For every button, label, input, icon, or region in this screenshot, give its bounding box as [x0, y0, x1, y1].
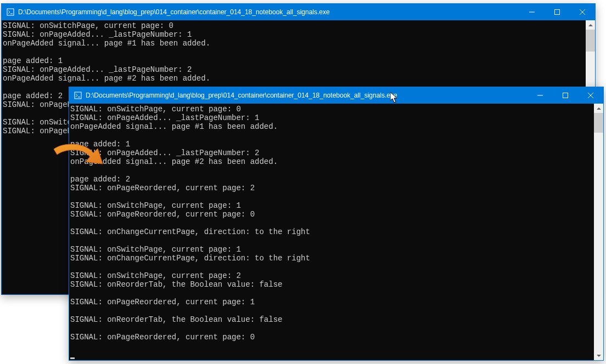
window-controls-front — [528, 87, 603, 104]
maximize-button[interactable] — [545, 4, 570, 20]
titlebar-front[interactable]: D:\Documents\Programming\d_lang\blog_pre… — [69, 87, 603, 104]
scroll-up-icon[interactable] — [594, 104, 603, 113]
window-title-back: D:\Documents\Programming\d_lang\blog_pre… — [18, 8, 519, 16]
svg-rect-8 — [75, 92, 81, 99]
close-button[interactable] — [578, 87, 603, 104]
terminal-output-front: SIGNAL: onSwitchPage, current page: 0 SI… — [70, 105, 603, 359]
maximize-button[interactable] — [553, 87, 578, 104]
scrollbar-front[interactable] — [594, 104, 603, 360]
svg-marker-6 — [588, 24, 593, 26]
close-button[interactable] — [570, 4, 595, 20]
window-title-front: D:\Documents\Programming\d_lang\blog_pre… — [86, 92, 528, 99]
svg-rect-0 — [7, 9, 14, 15]
app-icon — [6, 8, 15, 16]
titlebar-back[interactable]: D:\Documents\Programming\d_lang\blog_pre… — [2, 4, 595, 20]
scrollbar-thumb-front[interactable] — [594, 113, 603, 133]
terminal-body-front[interactable]: SIGNAL: onSwitchPage, current page: 0 SI… — [69, 104, 603, 360]
app-icon — [74, 91, 82, 100]
svg-marker-15 — [597, 355, 601, 357]
svg-rect-3 — [555, 10, 560, 15]
scroll-down-icon[interactable] — [594, 351, 603, 360]
scrollbar-thumb-back[interactable] — [586, 30, 595, 52]
text-cursor — [70, 357, 75, 359]
svg-rect-11 — [563, 93, 568, 98]
svg-marker-14 — [597, 107, 601, 110]
window-controls-back — [519, 4, 595, 20]
minimize-button[interactable] — [519, 4, 545, 20]
minimize-button[interactable] — [528, 87, 553, 104]
scroll-up-icon[interactable] — [586, 20, 595, 30]
console-window-front: D:\Documents\Programming\d_lang\blog_pre… — [69, 87, 604, 361]
